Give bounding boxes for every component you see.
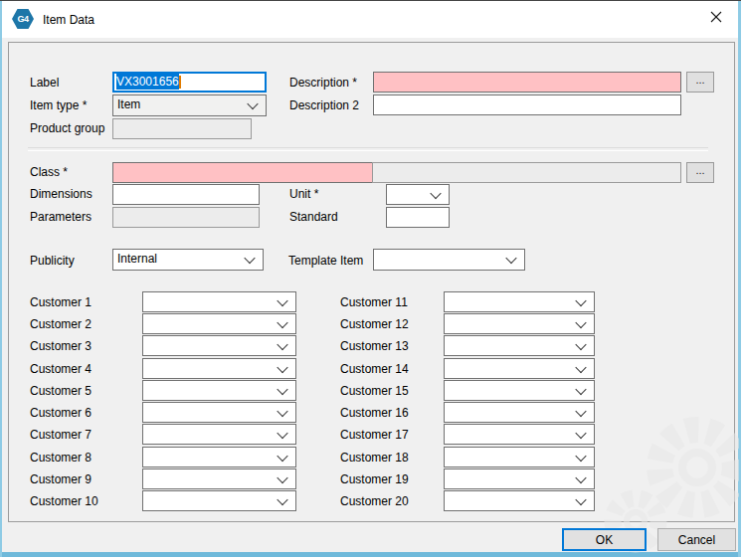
app-logo-icon: G4 (12, 9, 34, 29)
chevron-down-icon (575, 338, 586, 349)
chevron-down-icon (575, 405, 586, 416)
customer-10-select[interactable] (142, 490, 296, 511)
chevron-down-icon (505, 253, 516, 264)
chevron-down-icon (277, 316, 287, 327)
ok-button[interactable]: OK (562, 528, 647, 551)
label-input-value: VX3001656 (116, 74, 179, 90)
title-bar: G4 Item Data (2, 1, 738, 38)
product-group-field-label: Product group (30, 121, 104, 135)
customer-15-select[interactable] (444, 380, 595, 401)
customer-1-select[interactable] (142, 291, 296, 312)
customer-17-label: Customer 17 (340, 428, 409, 442)
class-field-label: Class * (30, 165, 68, 179)
item-type-field-label: Item type * (30, 98, 87, 112)
template-item-field-label: Template Item (288, 254, 363, 268)
chevron-down-icon (277, 405, 287, 416)
chevron-down-icon (575, 427, 586, 438)
description-input[interactable] (373, 72, 681, 93)
class-name-input (372, 162, 681, 183)
class-browse-button[interactable]: ... (686, 162, 714, 183)
chevron-down-icon (277, 294, 287, 305)
chevron-down-icon (277, 450, 287, 461)
customer-13-label: Customer 13 (340, 339, 409, 353)
dimensions-input[interactable] (112, 184, 260, 205)
customer-5-label: Customer 5 (30, 384, 92, 398)
customer-11-label: Customer 11 (340, 295, 408, 309)
chevron-down-icon (575, 471, 586, 482)
customer-5-select[interactable] (142, 380, 296, 401)
customer-13-select[interactable] (444, 335, 595, 356)
customer-14-select[interactable] (444, 358, 595, 379)
customer-3-label: Customer 3 (30, 339, 92, 353)
customer-7-label: Customer 7 (30, 428, 92, 442)
customer-15-label: Customer 15 (340, 384, 409, 398)
customer-12-label: Customer 12 (340, 317, 409, 331)
class-code-input[interactable] (112, 162, 373, 183)
item-data-dialog: G4 Item Data Label VX3001656 Description… (0, 0, 741, 557)
customer-3-select[interactable] (142, 335, 296, 356)
description2-field-label: Description 2 (289, 98, 359, 112)
customer-20-select[interactable] (444, 490, 595, 511)
customer-2-label: Customer 2 (30, 317, 92, 331)
customer-18-select[interactable] (444, 447, 595, 467)
customer-4-select[interactable] (142, 358, 296, 379)
item-type-value: Item (117, 97, 140, 111)
chevron-down-icon (575, 316, 586, 327)
chevron-down-icon (247, 98, 258, 109)
unit-select[interactable] (386, 184, 450, 205)
close-button[interactable] (693, 1, 738, 32)
customer-8-select[interactable] (142, 447, 296, 467)
cancel-button[interactable]: Cancel (657, 528, 736, 551)
chevron-down-icon (277, 471, 287, 482)
customer-11-select[interactable] (444, 291, 595, 312)
parameters-field-label: Parameters (30, 210, 92, 224)
customer-18-label: Customer 18 (340, 451, 409, 465)
parameters-input (112, 207, 260, 228)
standard-input[interactable] (386, 207, 450, 228)
item-type-select[interactable]: Item (112, 94, 267, 116)
customer-2-select[interactable] (142, 313, 296, 334)
chevron-down-icon (575, 361, 586, 372)
customer-4-label: Customer 4 (30, 362, 92, 376)
customer-16-label: Customer 16 (340, 406, 409, 420)
chevron-down-icon (575, 493, 586, 504)
customer-1-label: Customer 1 (30, 295, 92, 309)
description-field-label: Description * (289, 76, 357, 90)
chevron-down-icon (575, 383, 586, 394)
chevron-down-icon (575, 294, 586, 305)
customer-10-label: Customer 10 (30, 494, 98, 508)
publicity-value: Internal (117, 252, 157, 266)
customer-19-select[interactable] (444, 468, 595, 489)
customer-9-label: Customer 9 (30, 472, 92, 486)
chevron-down-icon (244, 253, 255, 264)
unit-field-label: Unit * (289, 187, 318, 201)
customer-6-select[interactable] (142, 402, 296, 423)
customer-17-select[interactable] (444, 424, 595, 445)
chevron-down-icon (277, 493, 287, 504)
window-title: Item Data (43, 13, 94, 27)
description2-input[interactable] (373, 94, 681, 115)
customer-9-select[interactable] (142, 468, 296, 489)
customer-7-select[interactable] (142, 424, 296, 445)
customer-6-label: Customer 6 (30, 406, 92, 420)
customer-14-label: Customer 14 (340, 362, 409, 376)
description-browse-button[interactable]: ... (686, 72, 714, 93)
standard-field-label: Standard (289, 210, 338, 224)
close-icon (710, 11, 722, 23)
customer-8-label: Customer 8 (30, 451, 92, 465)
chevron-down-icon (575, 450, 586, 461)
publicity-select[interactable]: Internal (112, 249, 264, 271)
customer-19-label: Customer 19 (340, 472, 409, 486)
label-input[interactable]: VX3001656 (112, 72, 267, 93)
customer-12-select[interactable] (444, 313, 595, 334)
customer-16-select[interactable] (444, 402, 595, 423)
section-divider (28, 147, 708, 151)
chevron-down-icon (277, 361, 287, 372)
product-group-input (112, 118, 252, 139)
label-field-label: Label (30, 76, 59, 90)
text-caret (179, 76, 181, 89)
chevron-down-icon (430, 187, 441, 198)
template-item-select[interactable] (373, 249, 525, 271)
publicity-field-label: Publicity (30, 254, 75, 268)
chevron-down-icon (277, 427, 287, 438)
